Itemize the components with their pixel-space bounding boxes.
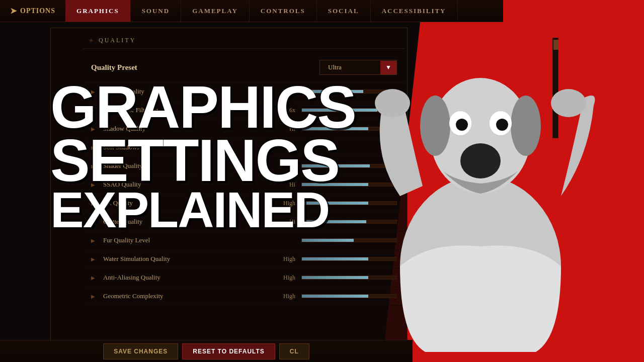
setting-name: Water Simulation Quality: [103, 255, 264, 263]
setting-value: Hi: [270, 218, 295, 226]
setting-name: Clutter Quality: [103, 218, 264, 226]
setting-value: Hi: [270, 125, 295, 133]
tab-gameplay[interactable]: GAMEPLAY: [181, 0, 250, 22]
svg-point-2: [420, 96, 450, 156]
close-button[interactable]: Cl: [279, 343, 309, 359]
setting-value: High: [270, 255, 295, 263]
tab-sound[interactable]: SOUND: [131, 0, 182, 22]
person-svg: [342, 25, 619, 352]
expand-icon[interactable]: ▶: [91, 108, 97, 113]
expand-icon[interactable]: ▶: [91, 238, 97, 243]
svg-point-5: [551, 89, 586, 117]
expand-icon[interactable]: ▶: [91, 201, 97, 206]
section-dots-icon: ⁜: [89, 38, 95, 43]
quality-preset-label: Quality Preset: [91, 63, 137, 72]
setting-name: Texture Quality: [103, 87, 264, 96]
setting-name: Fur Quality Level: [103, 236, 264, 244]
setting-name: Anti-Aliasing Quality: [103, 274, 264, 282]
tab-controls[interactable]: CONTROLS: [250, 0, 317, 22]
svg-point-9: [456, 119, 468, 131]
nav-tabs: GRAPHICS SOUND GAMEPLAY CONTROLS SOCIAL …: [65, 0, 457, 22]
setting-value: Hi: [270, 162, 295, 170]
options-label: OPTIONS: [20, 7, 55, 15]
setting-value: High: [270, 274, 295, 282]
expand-icon[interactable]: ▶: [91, 256, 97, 262]
setting-value: Ultra: [270, 88, 295, 96]
setting-name: Shader Quality: [103, 162, 264, 170]
setting-name: FX Quality: [103, 199, 264, 207]
expand-icon[interactable]: ▶: [91, 182, 97, 188]
setting-name: Shadow Quality: [103, 125, 264, 133]
setting-name: SSAO Quality: [103, 180, 264, 189]
expand-icon[interactable]: ▶: [91, 126, 97, 132]
bottom-bar: Save Changes Reset to Defaults Cl: [0, 340, 413, 362]
setting-value: High: [270, 200, 295, 207]
setting-value: High: [270, 293, 295, 300]
tab-accessibility[interactable]: ACCESSIBILITY: [371, 0, 458, 22]
back-arrow-icon: ➤: [10, 6, 17, 16]
svg-point-10: [496, 119, 508, 131]
expand-icon[interactable]: ▶: [91, 89, 97, 95]
svg-point-6: [460, 143, 501, 178]
section-title: QUALITY: [99, 37, 136, 44]
expand-icon[interactable]: ▶: [91, 219, 97, 225]
setting-name: Geometric Complexity: [103, 292, 264, 300]
tab-graphics[interactable]: GRAPHICS: [65, 0, 131, 22]
options-back-button[interactable]: ➤ OPTIONS: [0, 6, 65, 16]
expand-icon[interactable]: ▶: [91, 294, 97, 299]
svg-point-4: [375, 89, 410, 117]
expand-icon[interactable]: ▶: [91, 275, 97, 281]
svg-point-3: [511, 96, 541, 156]
setting-value: Hi: [270, 181, 295, 189]
person-image: [342, 25, 619, 352]
tab-social[interactable]: SOCIAL: [317, 0, 371, 22]
setting-name: Soft Shadows: [103, 143, 383, 151]
setting-value: 16x: [270, 107, 295, 114]
reset-defaults-button[interactable]: Reset to Defaults: [182, 343, 275, 359]
save-changes-button[interactable]: Save Changes: [103, 343, 178, 359]
expand-icon[interactable]: ▶: [91, 163, 97, 169]
top-navigation: ➤ OPTIONS GRAPHICS SOUND GAMEPLAY CONTRO…: [0, 0, 503, 22]
setting-name: Anisotropic Filtering: [103, 106, 264, 114]
expand-icon[interactable]: ▶: [91, 145, 97, 150]
